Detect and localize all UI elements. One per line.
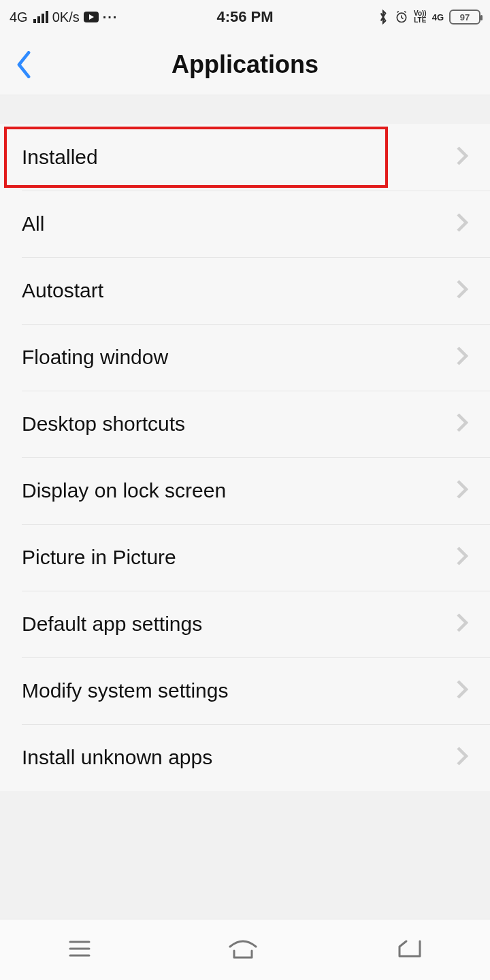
system-nav-bar: [0, 919, 490, 980]
row-display-on-lock-screen[interactable]: Display on lock screen: [0, 457, 490, 524]
app-header: Applications: [0, 34, 490, 95]
chevron-right-icon: [456, 546, 468, 569]
more-dots-icon: ···: [103, 10, 118, 25]
row-modify-system-settings[interactable]: Modify system settings: [0, 657, 490, 724]
chevron-right-icon: [456, 612, 468, 636]
chevron-right-icon: [456, 279, 468, 302]
chevron-right-icon: [456, 679, 468, 702]
chevron-right-icon: [456, 479, 468, 502]
row-installed[interactable]: Installed: [0, 124, 490, 191]
chevron-right-icon: [456, 412, 468, 436]
settings-list: Installed All Autostart Floating window …: [0, 124, 490, 791]
row-desktop-shortcuts[interactable]: Desktop shortcuts: [0, 391, 490, 457]
status-time: 4:56 PM: [167, 8, 324, 26]
status-bar: 4G 0K/s ··· 4:56 PM Vo)) LTE 4G 97: [0, 0, 490, 34]
secondary-network: 4G: [432, 12, 444, 22]
alarm-icon: [395, 10, 408, 24]
home-button[interactable]: [226, 937, 260, 963]
row-label: All: [22, 212, 44, 235]
status-right: Vo)) LTE 4G 97: [323, 10, 480, 24]
row-label: Display on lock screen: [22, 479, 226, 502]
svg-marker-0: [89, 14, 94, 20]
back-button[interactable]: [0, 34, 48, 95]
media-chip-icon: [84, 12, 99, 22]
row-label: Autostart: [22, 279, 103, 302]
bluetooth-icon: [377, 10, 389, 24]
page-title: Applications: [0, 50, 490, 79]
row-label: Picture in Picture: [22, 546, 176, 569]
chevron-right-icon: [456, 746, 468, 769]
row-autostart[interactable]: Autostart: [0, 257, 490, 324]
row-label: Install unknown apps: [22, 746, 212, 769]
network-type: 4G: [10, 10, 28, 25]
chevron-right-icon: [456, 146, 468, 169]
status-left: 4G 0K/s ···: [10, 10, 167, 25]
volte-icon: Vo)) LTE: [414, 10, 427, 24]
row-label: Default app settings: [22, 612, 202, 636]
chevron-right-icon: [456, 346, 468, 369]
recent-apps-button[interactable]: [66, 938, 93, 962]
row-label: Installed: [22, 146, 98, 169]
row-label: Floating window: [22, 346, 168, 369]
row-label: Modify system settings: [22, 679, 228, 702]
back-nav-button[interactable]: [393, 937, 424, 963]
row-all[interactable]: All: [0, 191, 490, 257]
data-speed: 0K/s: [52, 10, 80, 25]
row-default-app-settings[interactable]: Default app settings: [0, 591, 490, 657]
row-floating-window[interactable]: Floating window: [0, 324, 490, 391]
row-label: Desktop shortcuts: [22, 412, 185, 436]
chevron-right-icon: [456, 212, 468, 235]
signal-icon: [33, 11, 48, 23]
row-install-unknown-apps[interactable]: Install unknown apps: [0, 724, 490, 791]
battery-icon: 97: [449, 10, 480, 24]
row-picture-in-picture[interactable]: Picture in Picture: [0, 524, 490, 591]
section-gap: [0, 95, 490, 124]
